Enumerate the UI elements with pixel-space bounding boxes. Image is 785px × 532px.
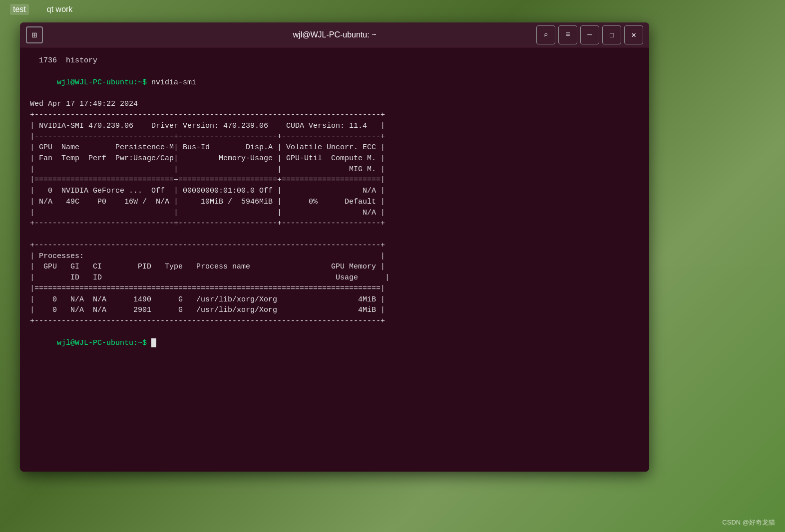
nvidia-line-19: +---------------------------------------… bbox=[30, 316, 639, 327]
title-bar: ⊞ wjl@WJL-PC-ubuntu: ~ ⌕ ≡ — ☐ ✕ bbox=[20, 22, 649, 47]
nvidia-line-12: +---------------------------------------… bbox=[30, 240, 639, 251]
nvidia-line-4: | Fan Temp Perf Pwr:Usage/Cap| Memory-Us… bbox=[30, 153, 639, 164]
search-button[interactable]: ⌕ bbox=[536, 25, 555, 44]
history-line: 1736 history bbox=[30, 55, 639, 66]
nvidia-line-14: | GPU GI CI PID Type Process name GPU Me… bbox=[30, 262, 639, 272]
nvidia-line-16: |=======================================… bbox=[30, 283, 639, 294]
new-tab-button[interactable]: ⊞ bbox=[26, 26, 43, 43]
title-bar-left: ⊞ bbox=[26, 26, 43, 43]
terminal-window: ⊞ wjl@WJL-PC-ubuntu: ~ ⌕ ≡ — ☐ ✕ 1736 hi… bbox=[20, 22, 649, 472]
cursor bbox=[151, 338, 156, 347]
final-prompt-line: wjl@WJL-PC-ubuntu:~$ bbox=[30, 327, 639, 359]
command1: nvidia-smi bbox=[151, 78, 196, 87]
prompt2: wjl@WJL-PC-ubuntu:~$ bbox=[57, 339, 151, 347]
nvidia-line-0: +---------------------------------------… bbox=[30, 110, 639, 121]
datetime-line: Wed Apr 17 17:49:22 2024 bbox=[30, 99, 639, 110]
nvidia-line-17: | 0 N/A N/A 1490 G /usr/lib/xorg/Xorg 4M… bbox=[30, 294, 639, 305]
nvidia-line-5: | | | MIG M. | bbox=[30, 164, 639, 175]
nvidia-line-1: | NVIDIA-SMI 470.239.06 Driver Version: … bbox=[30, 121, 639, 132]
nvidia-line-6: |===============================+=======… bbox=[30, 175, 639, 186]
maximize-button[interactable]: ☐ bbox=[602, 25, 621, 44]
watermark: CSDN @好奇龙猫 bbox=[722, 518, 775, 527]
nvidia-line-9: | | | N/A | bbox=[30, 208, 639, 219]
command-prompt-line: wjl@WJL-PC-ubuntu:~$ nvidia-smi bbox=[30, 66, 639, 99]
menu-button[interactable]: ≡ bbox=[558, 25, 577, 44]
terminal-content[interactable]: 1736 history wjl@WJL-PC-ubuntu:~$ nvidia… bbox=[20, 47, 649, 472]
nvidia-line-10: +-------------------------------+-------… bbox=[30, 218, 639, 229]
taskbar-item-qt-work[interactable]: qt work bbox=[44, 4, 76, 15]
close-button[interactable]: ✕ bbox=[624, 25, 643, 44]
taskbar: test qt work bbox=[0, 0, 85, 19]
taskbar-item-test[interactable]: test bbox=[10, 4, 29, 15]
nvidia-line-3: | GPU Name Persistence-M| Bus-Id Disp.A … bbox=[30, 142, 639, 153]
minimize-button[interactable]: — bbox=[580, 25, 599, 44]
prompt1: wjl@WJL-PC-ubuntu:~$ bbox=[57, 78, 151, 87]
nvidia-line-2: |-------------------------------+-------… bbox=[30, 131, 639, 142]
nvidia-line-15: | ID ID Usage | bbox=[30, 272, 639, 283]
nvidia-line-13: | Processes: | bbox=[30, 251, 639, 262]
terminal-title: wjl@WJL-PC-ubuntu: ~ bbox=[293, 30, 377, 39]
title-bar-controls: ⌕ ≡ — ☐ ✕ bbox=[536, 25, 643, 44]
nvidia-line-8: | N/A 49C P0 16W / N/A | 10MiB / 5946MiB… bbox=[30, 197, 639, 208]
nvidia-line-18: | 0 N/A N/A 2901 G /usr/lib/xorg/Xorg 4M… bbox=[30, 305, 639, 316]
nvidia-line-7: | 0 NVIDIA GeForce ... Off | 00000000:01… bbox=[30, 186, 639, 197]
nvidia-line-11 bbox=[30, 229, 639, 240]
